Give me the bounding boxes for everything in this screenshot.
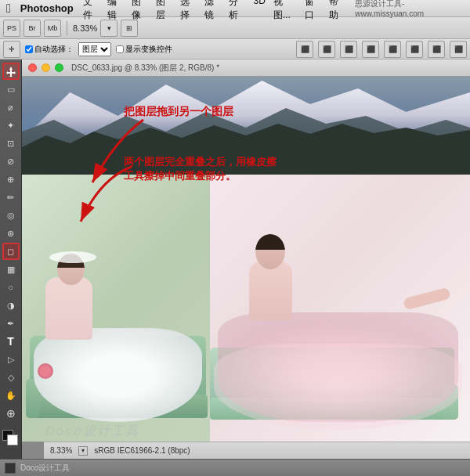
menu-edit[interactable]: 编辑 — [107, 0, 124, 22]
menu-file[interactable]: 文件 — [83, 0, 99, 22]
document-title: DSC_0633.jpg @ 8.33% (图层 2, RGB/8) * — [71, 63, 219, 74]
status-bar: 8.33% ▾ sRGB IEC61966-2.1 (8bpc) — [44, 442, 470, 459]
healing-brush-tool[interactable]: ⊕ — [2, 171, 20, 188]
clone-stamp-tool[interactable]: ◎ — [2, 207, 20, 224]
distribute-left[interactable]: ⬛ — [428, 41, 445, 58]
main-area: ▭ ⌀ ✦ ⊡ ⊘ ⊕ ✏ ◎ ⊛ ◻ ▦ ○ ◑ ✒ T ▷ ◇ ✋ ⊕ — [0, 60, 470, 459]
head-right — [255, 234, 285, 269]
eraser-tool[interactable]: ◻ — [2, 243, 20, 260]
align-right[interactable]: ⬛ — [340, 41, 357, 58]
menu-help[interactable]: 帮助 — [329, 0, 345, 22]
dress-left — [34, 328, 202, 422]
shape-tool[interactable]: ◇ — [2, 369, 20, 386]
ps-button[interactable]: PS — [3, 20, 20, 37]
crop-tool[interactable]: ⊡ — [2, 135, 20, 152]
distribute-center[interactable]: ⬛ — [450, 41, 467, 58]
document-window: DSC_0633.jpg @ 8.33% (图层 2, RGB/8) * — [22, 60, 470, 442]
zoom-context-btn[interactable]: ▾ — [78, 446, 88, 456]
menu-select[interactable]: 选择 — [180, 0, 197, 22]
br-button[interactable]: Br — [24, 20, 41, 37]
foreground-color[interactable] — [2, 430, 20, 447]
brush-tool[interactable]: ✏ — [2, 189, 20, 206]
document-content[interactable]: 把图层拖到另一个图层 两个图层完全重叠之后，用橡皮擦工具擦掉中间重叠部分。 Do… — [22, 77, 470, 442]
align-center[interactable]: ⬛ — [318, 41, 335, 58]
zoom-dropdown[interactable]: ▾ — [100, 20, 118, 37]
eyedropper-tool[interactable]: ⊘ — [2, 153, 20, 170]
torso-left — [45, 277, 92, 340]
menu-image[interactable]: 图像 — [132, 0, 148, 22]
menu-view[interactable]: 视图... — [273, 0, 297, 22]
close-button[interactable] — [28, 63, 37, 72]
move-tool[interactable] — [2, 63, 20, 80]
bottom-icon-1[interactable] — [5, 463, 16, 474]
auto-select-checkbox[interactable] — [25, 45, 33, 53]
align-left[interactable]: ⬛ — [296, 41, 313, 58]
history-brush-tool[interactable]: ⊛ — [2, 225, 20, 242]
menu-bar:  Photoshop 文件 编辑 图像 图层 选择 滤镜 分析 3D 视图..… — [0, 0, 470, 17]
bottom-panel: Doco设计工具 — [0, 459, 470, 476]
background-layer — [22, 77, 470, 178]
photo-left — [22, 175, 210, 442]
tool-panel: ▭ ⌀ ✦ ⊡ ⊘ ⊕ ✏ ◎ ⊛ ◻ ▦ ○ ◑ ✒ T ▷ ◇ ✋ ⊕ — [0, 60, 22, 459]
menu-analysis[interactable]: 分析 — [229, 0, 245, 22]
mb-button[interactable]: Mb — [44, 20, 61, 37]
apple-menu[interactable]:  — [6, 2, 11, 16]
blur-tool[interactable]: ○ — [2, 279, 20, 296]
menu-window[interactable]: 窗口 — [305, 0, 321, 22]
zoom-display: 8.33% — [50, 446, 72, 455]
zoom-tool[interactable]: ⊕ — [2, 405, 20, 422]
align-bottom[interactable]: ⬛ — [406, 41, 423, 58]
menu-layer[interactable]: 图层 — [156, 0, 172, 22]
mountain-svg — [22, 77, 470, 178]
align-middle[interactable]: ⬛ — [384, 41, 401, 58]
show-transform-label: 显示变换控件 — [116, 44, 172, 55]
arm-right — [403, 287, 451, 310]
move-tool-icon[interactable]: ✛ — [3, 41, 20, 58]
watermark-url: 思源设计工具-www.missyuan.com — [355, 0, 464, 18]
app-name: Photoshop — [20, 2, 74, 14]
rectangular-marquee-tool[interactable]: ▭ — [2, 81, 20, 98]
zoom-value: 8.33% — [73, 23, 97, 33]
photo-composite — [22, 175, 470, 442]
gradient-tool[interactable]: ▦ — [2, 261, 20, 278]
menu-3d[interactable]: 3D — [254, 0, 266, 22]
maximize-button[interactable] — [55, 63, 63, 72]
veil-left — [49, 251, 96, 263]
menu-filter[interactable]: 滤镜 — [204, 0, 221, 22]
auto-select-label: 自动选择： — [25, 44, 74, 55]
lasso-tool[interactable]: ⌀ — [2, 99, 20, 116]
document-titlebar: DSC_0633.jpg @ 8.33% (图层 2, RGB/8) * — [22, 60, 470, 77]
menu-items: 文件 编辑 图像 图层 选择 滤镜 分析 3D 视图... 窗口 帮助 — [83, 0, 345, 22]
skirt-layer-right — [214, 344, 462, 430]
watermark: Doco设计工具 — [45, 424, 139, 440]
hand-tool[interactable]: ✋ — [2, 387, 20, 404]
color-profile: sRGB IEC61966-2.1 (8bpc) — [94, 446, 190, 455]
canvas-area: DSC_0633.jpg @ 8.33% (图层 2, RGB/8) * — [22, 60, 470, 459]
view-mode[interactable]: ⊞ — [121, 20, 138, 37]
type-tool[interactable]: T — [2, 333, 20, 350]
minimize-button[interactable] — [42, 63, 50, 72]
align-top[interactable]: ⬛ — [362, 41, 379, 58]
pen-tool[interactable]: ✒ — [2, 315, 20, 332]
photo-right — [210, 175, 470, 442]
options-bar-2: ✛ 自动选择： 图层 显示变换控件 ⬛ ⬛ ⬛ ⬛ ⬛ ⬛ ⬛ ⬛ — [0, 39, 470, 60]
flowers-left — [38, 363, 53, 379]
layer-select[interactable]: 图层 — [78, 42, 111, 56]
torso-right — [249, 261, 292, 320]
svg-marker-0 — [6, 67, 16, 77]
bottom-text: Doco设计工具 — [20, 463, 465, 474]
show-transform-checkbox[interactable] — [116, 45, 124, 53]
dodge-tool[interactable]: ◑ — [2, 297, 20, 314]
magic-wand-tool[interactable]: ✦ — [2, 117, 20, 134]
path-selection-tool[interactable]: ▷ — [2, 351, 20, 368]
